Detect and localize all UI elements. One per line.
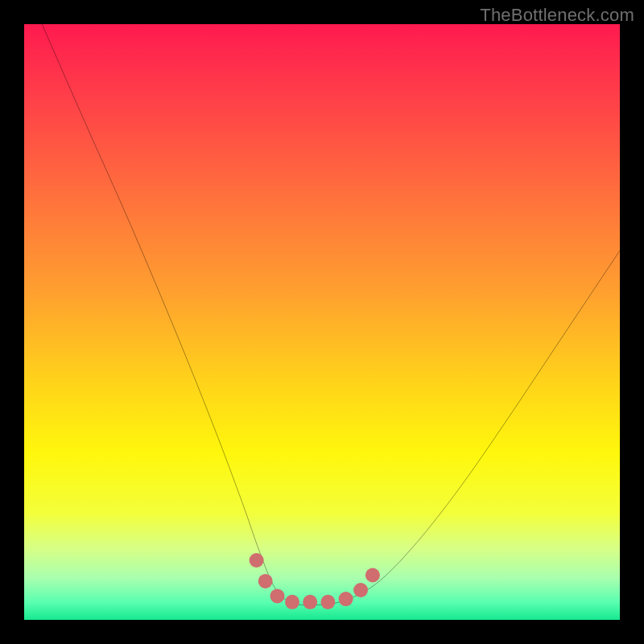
watermark-text: TheBottleneck.com: [480, 5, 634, 26]
chart-frame: TheBottleneck.com: [0, 0, 644, 644]
highlight-marker: [320, 595, 335, 609]
highlight-marker: [353, 583, 368, 597]
plot-area: [24, 24, 620, 620]
highlight-marker: [303, 595, 317, 609]
bottleneck-curve: [42, 24, 620, 605]
highlight-marker: [250, 553, 264, 568]
highlight-marker: [270, 588, 285, 603]
highlight-markers: [250, 553, 380, 609]
highlight-marker: [365, 568, 380, 583]
curve-layer: [24, 24, 620, 620]
highlight-marker: [258, 574, 273, 588]
highlight-marker: [285, 595, 299, 609]
highlight-marker: [339, 592, 353, 606]
